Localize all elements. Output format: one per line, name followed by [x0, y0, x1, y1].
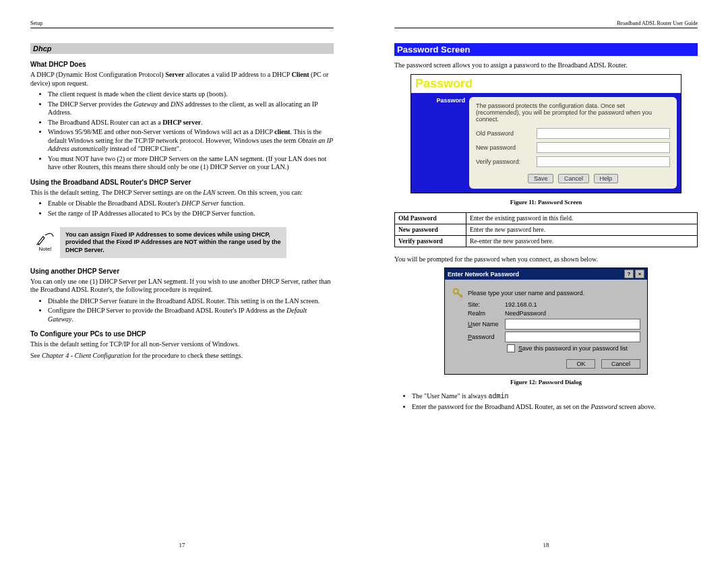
- site-value: 192.168.0.1: [505, 301, 640, 308]
- list-item: Enter the password for the Broadband ADS…: [412, 403, 698, 412]
- header-right: Broadband ADSL Router User Guide: [617, 20, 698, 26]
- verify-password-label: Verify password:: [476, 158, 537, 165]
- password-intro: The password screen allows you to assign…: [394, 61, 698, 70]
- site-label: Site:: [468, 301, 505, 308]
- old-password-input[interactable]: [537, 128, 670, 139]
- list-item: Configure the DHCP Server to provide the…: [48, 307, 334, 323]
- password-ui-sidebar: Password: [411, 93, 469, 193]
- password-label: Password: [468, 334, 505, 340]
- section-heading-password: Password Screen: [394, 43, 698, 56]
- cancel-button[interactable]: Cancel: [601, 359, 640, 369]
- password-screenshot: Password Password The password protects …: [411, 74, 681, 193]
- config-pcs-see: See Chapter 4 - Client Configuration for…: [30, 352, 334, 361]
- figure-12-caption: Figure 12: Password Dialog: [394, 379, 698, 385]
- dhcp-bullets: The client request is made when the clie…: [30, 90, 334, 172]
- new-password-input[interactable]: [537, 142, 670, 153]
- config-pcs-desc: This is the default setting for TCP/IP f…: [30, 340, 334, 349]
- list-item: Disable the DHCP Server feature in the B…: [48, 297, 334, 306]
- dialog-title: Enter Network Password: [448, 271, 519, 278]
- page-number-left: 17: [30, 542, 334, 549]
- page-header: Setup: [30, 20, 334, 26]
- password-ui-title: Password: [411, 75, 681, 93]
- old-password-label: Old Password: [476, 130, 537, 137]
- list-item: You must NOT have two (2) or more DHCP S…: [48, 155, 334, 172]
- username-input[interactable]: [505, 319, 640, 330]
- page-number-right: 18: [394, 542, 698, 549]
- page-header: Broadband ADSL Router User Guide: [394, 20, 698, 26]
- list-item: Enable or Disable the Broadband ADSL Rou…: [48, 199, 334, 208]
- username-label: User Name: [468, 321, 505, 327]
- right-page: Broadband ADSL Router User Guide Passwor…: [364, 0, 728, 562]
- ok-button[interactable]: OK: [566, 359, 595, 369]
- verify-password-input[interactable]: [537, 156, 670, 167]
- header-rule: [30, 28, 334, 28]
- new-password-label: New password: [476, 144, 537, 151]
- list-item: Windows 95/98/ME and other non-Server ve…: [48, 128, 334, 154]
- realm-value: NeedPassword: [505, 310, 640, 317]
- list-item: The "User Name" is always admin: [412, 392, 698, 402]
- key-icon: [452, 287, 464, 299]
- password-fields-table: Old PasswordEnter the existing password …: [394, 212, 698, 247]
- save-button[interactable]: Save: [528, 174, 554, 183]
- router-dhcp-bullets: Enable or Disable the Broadband ADSL Rou…: [30, 199, 334, 218]
- table-row: New passwordEnter the new password here.: [395, 224, 698, 235]
- heading-what-dhcp: What DHCP Does: [30, 61, 334, 68]
- list-item: Set the range of IP Addresses allocated …: [48, 210, 334, 218]
- note-text: You can assign Fixed IP Addresses to som…: [60, 227, 286, 258]
- save-password-checkbox[interactable]: [507, 344, 515, 352]
- header-rule: [394, 28, 698, 28]
- save-password-label: Save this password in your password list: [518, 345, 628, 352]
- note-box: Note! You can assign Fixed IP Addresses …: [30, 227, 334, 258]
- svg-point-0: [454, 289, 458, 294]
- dhcp-description: A DHCP (Dynamic Host Configuration Proto…: [30, 71, 334, 88]
- left-page: Setup Dhcp What DHCP Does A DHCP (Dynami…: [0, 0, 364, 562]
- password-ui-desc: The password protects the configuration …: [476, 102, 670, 123]
- figure-11-caption: Figure 11: Password Screen: [394, 199, 698, 206]
- list-item: The Broadband ADSL Router can act as a D…: [48, 119, 334, 127]
- other-dhcp-desc: You can only use one (1) DHCP Server per…: [30, 278, 334, 294]
- router-dhcp-desc: This is the default setting. The DHCP Se…: [30, 189, 334, 197]
- other-dhcp-bullets: Disable the DHCP Server feature in the B…: [30, 297, 334, 324]
- heading-other-dhcp: Using another DHCP Server: [30, 268, 334, 275]
- header-left: Setup: [30, 20, 42, 26]
- heading-config-pcs: To Configure your PCs to use DHCP: [30, 330, 334, 338]
- cancel-button[interactable]: Cancel: [558, 174, 589, 183]
- table-row: Old PasswordEnter the existing password …: [395, 212, 698, 224]
- table-row: Verify passwordRe-enter the new password…: [395, 235, 698, 247]
- list-item: The client request is made when the clie…: [48, 90, 334, 99]
- realm-label: Realm: [468, 310, 505, 317]
- heading-using-router-dhcp: Using the Broadband ADSL Router's DHCP S…: [30, 179, 334, 186]
- password-prompt-text: You will be prompted for the password wh…: [394, 255, 698, 264]
- help-button[interactable]: Help: [594, 174, 619, 183]
- section-heading-dhcp: Dhcp: [30, 43, 334, 54]
- list-item: The DHCP Server provides the Gateway and…: [48, 100, 334, 117]
- password-dialog: Enter Network Password ? × Please type y…: [444, 268, 648, 375]
- two-page-spread: Setup Dhcp What DHCP Does A DHCP (Dynami…: [0, 0, 728, 562]
- password-input[interactable]: [505, 332, 640, 342]
- help-icon[interactable]: ?: [624, 270, 634, 278]
- password-notes: The "User Name" is always admin Enter th…: [394, 392, 698, 411]
- note-icon: Note!: [30, 232, 60, 252]
- dialog-message: Please type your user name and password.: [468, 290, 584, 296]
- close-icon[interactable]: ×: [635, 270, 644, 278]
